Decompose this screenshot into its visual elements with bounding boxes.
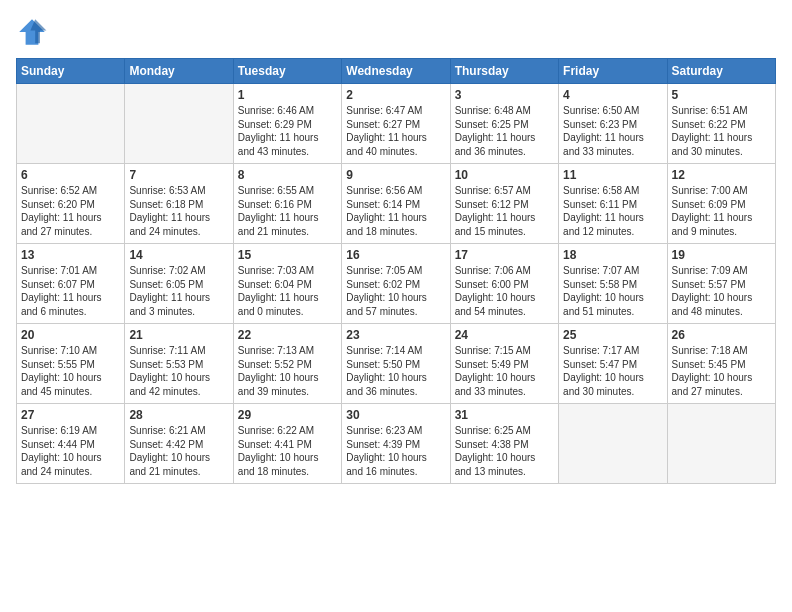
day-number: 27 <box>21 408 120 422</box>
calendar-cell: 17Sunrise: 7:06 AMSunset: 6:00 PMDayligh… <box>450 244 558 324</box>
day-info: Sunrise: 6:57 AMSunset: 6:12 PMDaylight:… <box>455 184 554 238</box>
day-number: 2 <box>346 88 445 102</box>
day-info: Sunrise: 6:46 AMSunset: 6:29 PMDaylight:… <box>238 104 337 158</box>
day-number: 29 <box>238 408 337 422</box>
calendar-cell: 8Sunrise: 6:55 AMSunset: 6:16 PMDaylight… <box>233 164 341 244</box>
day-info: Sunrise: 7:02 AMSunset: 6:05 PMDaylight:… <box>129 264 228 318</box>
day-info: Sunrise: 6:52 AMSunset: 6:20 PMDaylight:… <box>21 184 120 238</box>
day-number: 25 <box>563 328 662 342</box>
day-info: Sunrise: 7:10 AMSunset: 5:55 PMDaylight:… <box>21 344 120 398</box>
weekday-header-thursday: Thursday <box>450 59 558 84</box>
day-info: Sunrise: 6:25 AMSunset: 4:38 PMDaylight:… <box>455 424 554 478</box>
weekday-header-row: SundayMondayTuesdayWednesdayThursdayFrid… <box>17 59 776 84</box>
day-info: Sunrise: 7:11 AMSunset: 5:53 PMDaylight:… <box>129 344 228 398</box>
day-number: 6 <box>21 168 120 182</box>
day-number: 30 <box>346 408 445 422</box>
calendar-cell: 12Sunrise: 7:00 AMSunset: 6:09 PMDayligh… <box>667 164 775 244</box>
day-info: Sunrise: 6:50 AMSunset: 6:23 PMDaylight:… <box>563 104 662 158</box>
day-info: Sunrise: 6:48 AMSunset: 6:25 PMDaylight:… <box>455 104 554 158</box>
day-number: 8 <box>238 168 337 182</box>
day-info: Sunrise: 6:19 AMSunset: 4:44 PMDaylight:… <box>21 424 120 478</box>
calendar-cell: 25Sunrise: 7:17 AMSunset: 5:47 PMDayligh… <box>559 324 667 404</box>
day-info: Sunrise: 6:58 AMSunset: 6:11 PMDaylight:… <box>563 184 662 238</box>
day-info: Sunrise: 7:06 AMSunset: 6:00 PMDaylight:… <box>455 264 554 318</box>
day-info: Sunrise: 6:22 AMSunset: 4:41 PMDaylight:… <box>238 424 337 478</box>
calendar-cell: 21Sunrise: 7:11 AMSunset: 5:53 PMDayligh… <box>125 324 233 404</box>
day-info: Sunrise: 6:51 AMSunset: 6:22 PMDaylight:… <box>672 104 771 158</box>
day-number: 15 <box>238 248 337 262</box>
day-number: 12 <box>672 168 771 182</box>
day-info: Sunrise: 7:14 AMSunset: 5:50 PMDaylight:… <box>346 344 445 398</box>
day-info: Sunrise: 6:56 AMSunset: 6:14 PMDaylight:… <box>346 184 445 238</box>
calendar-week-1: 1Sunrise: 6:46 AMSunset: 6:29 PMDaylight… <box>17 84 776 164</box>
day-number: 4 <box>563 88 662 102</box>
calendar-cell: 20Sunrise: 7:10 AMSunset: 5:55 PMDayligh… <box>17 324 125 404</box>
calendar-cell: 4Sunrise: 6:50 AMSunset: 6:23 PMDaylight… <box>559 84 667 164</box>
calendar-cell: 10Sunrise: 6:57 AMSunset: 6:12 PMDayligh… <box>450 164 558 244</box>
calendar-cell: 30Sunrise: 6:23 AMSunset: 4:39 PMDayligh… <box>342 404 450 484</box>
day-info: Sunrise: 6:23 AMSunset: 4:39 PMDaylight:… <box>346 424 445 478</box>
page-header <box>16 16 776 48</box>
day-info: Sunrise: 7:03 AMSunset: 6:04 PMDaylight:… <box>238 264 337 318</box>
svg-marker-0 <box>19 19 45 45</box>
day-info: Sunrise: 6:55 AMSunset: 6:16 PMDaylight:… <box>238 184 337 238</box>
calendar-cell: 13Sunrise: 7:01 AMSunset: 6:07 PMDayligh… <box>17 244 125 324</box>
calendar-week-5: 27Sunrise: 6:19 AMSunset: 4:44 PMDayligh… <box>17 404 776 484</box>
calendar-cell: 14Sunrise: 7:02 AMSunset: 6:05 PMDayligh… <box>125 244 233 324</box>
day-number: 13 <box>21 248 120 262</box>
calendar-cell: 2Sunrise: 6:47 AMSunset: 6:27 PMDaylight… <box>342 84 450 164</box>
day-number: 3 <box>455 88 554 102</box>
calendar-table: SundayMondayTuesdayWednesdayThursdayFrid… <box>16 58 776 484</box>
calendar-cell: 23Sunrise: 7:14 AMSunset: 5:50 PMDayligh… <box>342 324 450 404</box>
day-info: Sunrise: 6:47 AMSunset: 6:27 PMDaylight:… <box>346 104 445 158</box>
calendar-cell: 16Sunrise: 7:05 AMSunset: 6:02 PMDayligh… <box>342 244 450 324</box>
day-info: Sunrise: 7:18 AMSunset: 5:45 PMDaylight:… <box>672 344 771 398</box>
calendar-cell: 15Sunrise: 7:03 AMSunset: 6:04 PMDayligh… <box>233 244 341 324</box>
calendar-cell <box>125 84 233 164</box>
day-info: Sunrise: 7:01 AMSunset: 6:07 PMDaylight:… <box>21 264 120 318</box>
calendar-cell: 19Sunrise: 7:09 AMSunset: 5:57 PMDayligh… <box>667 244 775 324</box>
calendar-cell: 28Sunrise: 6:21 AMSunset: 4:42 PMDayligh… <box>125 404 233 484</box>
day-info: Sunrise: 7:15 AMSunset: 5:49 PMDaylight:… <box>455 344 554 398</box>
day-number: 1 <box>238 88 337 102</box>
calendar-cell: 24Sunrise: 7:15 AMSunset: 5:49 PMDayligh… <box>450 324 558 404</box>
day-info: Sunrise: 7:07 AMSunset: 5:58 PMDaylight:… <box>563 264 662 318</box>
weekday-header-saturday: Saturday <box>667 59 775 84</box>
day-info: Sunrise: 7:17 AMSunset: 5:47 PMDaylight:… <box>563 344 662 398</box>
weekday-header-wednesday: Wednesday <box>342 59 450 84</box>
day-number: 7 <box>129 168 228 182</box>
calendar-cell: 3Sunrise: 6:48 AMSunset: 6:25 PMDaylight… <box>450 84 558 164</box>
day-number: 19 <box>672 248 771 262</box>
logo <box>16 16 52 48</box>
calendar-cell: 26Sunrise: 7:18 AMSunset: 5:45 PMDayligh… <box>667 324 775 404</box>
day-info: Sunrise: 7:00 AMSunset: 6:09 PMDaylight:… <box>672 184 771 238</box>
calendar-cell: 7Sunrise: 6:53 AMSunset: 6:18 PMDaylight… <box>125 164 233 244</box>
calendar-cell: 31Sunrise: 6:25 AMSunset: 4:38 PMDayligh… <box>450 404 558 484</box>
day-number: 17 <box>455 248 554 262</box>
day-number: 24 <box>455 328 554 342</box>
weekday-header-tuesday: Tuesday <box>233 59 341 84</box>
day-number: 28 <box>129 408 228 422</box>
calendar-cell: 22Sunrise: 7:13 AMSunset: 5:52 PMDayligh… <box>233 324 341 404</box>
calendar-week-4: 20Sunrise: 7:10 AMSunset: 5:55 PMDayligh… <box>17 324 776 404</box>
day-number: 18 <box>563 248 662 262</box>
day-info: Sunrise: 6:53 AMSunset: 6:18 PMDaylight:… <box>129 184 228 238</box>
day-number: 9 <box>346 168 445 182</box>
day-number: 11 <box>563 168 662 182</box>
calendar-cell: 1Sunrise: 6:46 AMSunset: 6:29 PMDaylight… <box>233 84 341 164</box>
calendar-cell: 6Sunrise: 6:52 AMSunset: 6:20 PMDaylight… <box>17 164 125 244</box>
day-info: Sunrise: 7:09 AMSunset: 5:57 PMDaylight:… <box>672 264 771 318</box>
weekday-header-monday: Monday <box>125 59 233 84</box>
calendar-cell <box>17 84 125 164</box>
calendar-cell: 27Sunrise: 6:19 AMSunset: 4:44 PMDayligh… <box>17 404 125 484</box>
day-info: Sunrise: 7:05 AMSunset: 6:02 PMDaylight:… <box>346 264 445 318</box>
day-number: 23 <box>346 328 445 342</box>
day-info: Sunrise: 7:13 AMSunset: 5:52 PMDaylight:… <box>238 344 337 398</box>
day-number: 20 <box>21 328 120 342</box>
calendar-week-3: 13Sunrise: 7:01 AMSunset: 6:07 PMDayligh… <box>17 244 776 324</box>
day-number: 14 <box>129 248 228 262</box>
day-number: 10 <box>455 168 554 182</box>
calendar-week-2: 6Sunrise: 6:52 AMSunset: 6:20 PMDaylight… <box>17 164 776 244</box>
day-number: 22 <box>238 328 337 342</box>
calendar-cell <box>559 404 667 484</box>
